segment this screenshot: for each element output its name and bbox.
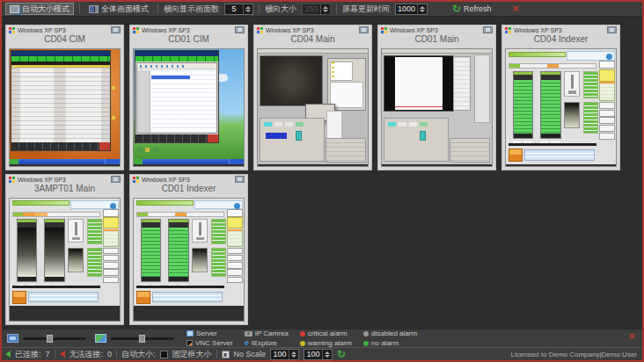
thumbnail-screenshot[interactable] <box>9 48 121 167</box>
thumbnail-header: Windows XP SP3 <box>254 25 371 34</box>
zoom-y-value: 100 <box>304 350 322 359</box>
status-separator <box>55 350 55 358</box>
refresh-button[interactable]: ↻ Refresh <box>449 3 495 15</box>
slider-knob[interactable] <box>47 335 53 343</box>
thumbnail-monitor-icon[interactable] <box>359 26 369 33</box>
spinner-arrows[interactable] <box>417 4 427 14</box>
thumbnail-screenshot[interactable] <box>257 48 369 167</box>
legend-label: disabled alarm <box>371 329 417 337</box>
spinner-down-icon[interactable] <box>245 10 251 12</box>
log-rows <box>524 149 595 161</box>
zoom-y-spinner[interactable]: 100 <box>304 349 333 360</box>
machine-thumbnail-cd01-indexer[interactable]: Windows XP SP3 CD01 Indexer <box>129 174 248 325</box>
thumbnail-monitor-icon[interactable] <box>483 26 493 33</box>
windows-logo-icon <box>133 27 139 33</box>
no-scale-checkbox[interactable]: x <box>222 351 230 358</box>
spinner-down-icon[interactable] <box>325 355 330 358</box>
critical-alarm-icon <box>300 331 305 337</box>
spinner-down-icon[interactable] <box>291 355 296 358</box>
tab-row <box>509 63 596 69</box>
explorer-sidebar <box>137 70 150 133</box>
refresh-interval-spinner[interactable]: 1000 <box>395 4 428 15</box>
thumbnail-screenshot[interactable] <box>381 48 493 167</box>
info-panel <box>567 51 615 61</box>
layout-slider[interactable] <box>111 337 174 340</box>
thumbnail-os-label: Windows XP SP3 <box>514 27 604 33</box>
port-list-header <box>169 220 188 227</box>
port-list-rows <box>541 80 560 134</box>
connected-count: 7 <box>46 350 50 358</box>
machine-thumbnail-cd04-indexer[interactable]: Windows XP SP3 CD04 Indexer <box>501 25 620 170</box>
port-list-footer <box>142 277 161 281</box>
spinner-up-icon[interactable] <box>245 6 251 9</box>
toolbar-close-icon[interactable]: × <box>513 4 520 13</box>
thumbnail-monitor-icon[interactable] <box>111 26 121 33</box>
windows-logo-icon <box>9 177 15 183</box>
autosize-label: 自动大小: <box>121 349 156 360</box>
spinner-up-icon[interactable] <box>420 6 425 9</box>
auto-size-icon <box>10 5 19 13</box>
thumbnail-title: CD04 Main <box>254 34 371 47</box>
legendbar-close-icon[interactable]: × <box>628 332 635 341</box>
machine-thumbnail-3ampt01-main[interactable]: Windows XP SP3 3AMPT01 Main <box>5 174 124 325</box>
thumbnail-title: CD04 CIM <box>6 34 123 47</box>
legend-label: IP Camrea <box>255 329 289 337</box>
status-separator <box>216 350 217 358</box>
status-separator <box>116 350 117 358</box>
thumbnail-screenshot[interactable] <box>505 48 617 167</box>
spinner-up-icon[interactable] <box>325 351 330 354</box>
status-refresh-icon[interactable]: ↻ <box>337 350 346 358</box>
toolbar-separator <box>336 4 337 14</box>
robot-arm-graphic <box>192 219 208 243</box>
thumbnail-monitor-icon[interactable] <box>111 176 121 183</box>
horizontal-count-spinner[interactable]: 5 <box>224 4 253 15</box>
horizontal-size-label: 横向大小 <box>265 4 296 15</box>
size-slider[interactable] <box>23 337 86 340</box>
machine-thumbnail-cd01-cim[interactable]: Windows XP SP3 CD01 CIM <box>129 25 248 170</box>
selected-field <box>266 133 287 139</box>
reset-button <box>227 262 243 269</box>
thumbnail-screenshot[interactable] <box>133 198 245 322</box>
refresh-icon: ↻ <box>452 4 461 13</box>
spinner-arrows <box>320 4 330 14</box>
full-view-mode-button[interactable]: 全体画面模式 <box>85 3 152 15</box>
status-list <box>330 62 353 81</box>
buzzer-off-button <box>227 248 243 255</box>
tab-row <box>12 212 100 216</box>
green-button-stack <box>87 248 103 277</box>
total-pitch-button <box>227 209 243 217</box>
bottom-left-panel <box>260 118 325 162</box>
thumbnail-screenshot[interactable] <box>133 48 245 167</box>
monitor-size-icon <box>7 334 18 343</box>
thumbnail-monitor-icon[interactable] <box>235 176 245 183</box>
machine-thumbnail-cd04-cim[interactable]: Windows XP SP3 CD04 CIM <box>5 25 124 170</box>
gauge-column-left <box>17 219 38 282</box>
auto-size-mode-button[interactable]: 自动大小模式 <box>5 3 74 15</box>
machine-thumbnail-cd04-main[interactable]: Windows XP SP3 CD04 Main <box>253 25 372 170</box>
right-list-panel <box>453 56 471 111</box>
spinner-up-icon[interactable] <box>291 351 296 354</box>
zoom-x-spinner[interactable]: 100 <box>270 349 299 360</box>
teal-indicator <box>296 131 302 141</box>
spinner-arrows[interactable] <box>289 350 298 359</box>
spinner-arrows[interactable] <box>322 350 332 359</box>
divider-bar <box>136 286 224 288</box>
thumbnail-monitor-icon[interactable] <box>607 26 617 33</box>
fixed-size-checkbox[interactable] <box>160 351 168 358</box>
spinner-arrows[interactable] <box>243 4 252 14</box>
thumbnail-monitor-icon[interactable] <box>235 26 245 33</box>
desktop-icons <box>112 86 115 90</box>
legend-ip-camera: IP Camrea <box>245 329 289 337</box>
port-list-footer <box>514 134 533 138</box>
total-pitch-button <box>599 61 615 69</box>
slider-knob[interactable] <box>139 335 145 343</box>
port-list-header <box>514 72 533 80</box>
thumbnail-screenshot[interactable] <box>9 198 121 322</box>
cpu-message-button <box>103 255 119 262</box>
machine-thumbnail-cd01-main[interactable]: Windows XP SP3 CD01 Main <box>377 25 496 170</box>
spinner-down-icon[interactable] <box>420 10 425 12</box>
port-list-rows <box>514 80 533 134</box>
legend-no-alarm: no alarm <box>363 339 417 347</box>
port-list-left <box>141 219 162 282</box>
windows-logo-icon <box>133 177 139 183</box>
